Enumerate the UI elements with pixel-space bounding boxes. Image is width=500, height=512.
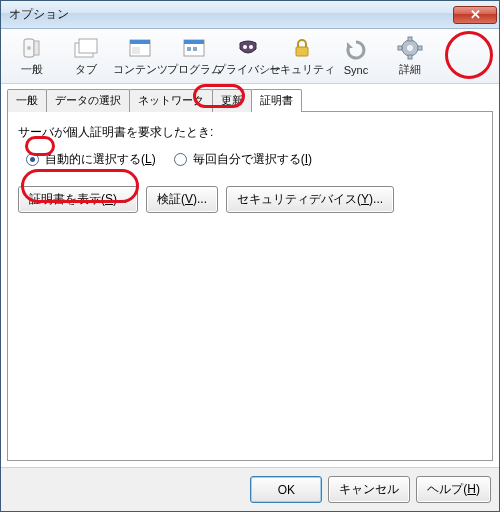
validation-button[interactable]: 検証(V)... — [146, 186, 218, 213]
tab-label: 一般 — [21, 62, 43, 77]
category-toolbar: 一般 タブ コンテンツ プログラム プライバシー — [1, 29, 499, 84]
tab-label: 詳細 — [399, 62, 421, 77]
svg-rect-20 — [418, 46, 422, 50]
sync-icon — [342, 38, 370, 62]
tab-sync[interactable]: Sync — [329, 31, 383, 83]
tab-programs[interactable]: プログラム — [167, 31, 221, 83]
svg-point-2 — [27, 46, 31, 50]
sub-tabs: 一般 データの選択 ネットワーク 更新 証明書 — [7, 88, 499, 111]
tab-label: プログラム — [167, 62, 222, 77]
privacy-mask-icon — [234, 36, 262, 60]
svg-rect-17 — [408, 37, 412, 41]
tab-security[interactable]: セキュリティ — [275, 31, 329, 83]
security-devices-button[interactable]: セキュリティデバイス(Y)... — [226, 186, 394, 213]
tabs-icon — [72, 36, 100, 60]
tab-general[interactable]: 一般 — [5, 31, 59, 83]
svg-rect-18 — [408, 55, 412, 59]
radio-auto-label: 自動的に選択する(L) — [45, 151, 156, 168]
svg-rect-11 — [193, 47, 197, 51]
radio-each-label: 毎回自分で選択する(I) — [193, 151, 312, 168]
tab-tabs[interactable]: タブ — [59, 31, 113, 83]
subtab-update[interactable]: 更新 — [212, 89, 252, 112]
svg-rect-7 — [132, 47, 140, 54]
radio-icon — [26, 153, 39, 166]
general-icon — [18, 36, 46, 60]
cert-request-heading: サーバが個人証明書を要求したとき: — [18, 124, 213, 141]
svg-point-13 — [249, 45, 253, 49]
svg-point-16 — [407, 45, 413, 51]
options-window: オプション ✕ 一般 タブ コンテンツ プログラム — [0, 0, 500, 512]
subtab-network[interactable]: ネットワーク — [129, 89, 213, 112]
tab-label: タブ — [75, 62, 97, 77]
help-button[interactable]: ヘルプ(H) — [416, 476, 491, 503]
ok-button[interactable]: OK — [250, 476, 322, 503]
cancel-button[interactable]: キャンセル — [328, 476, 410, 503]
view-certificates-button[interactable]: 証明書を表示(S)... — [18, 186, 138, 213]
titlebar: オプション ✕ — [1, 1, 499, 29]
subtab-certificates[interactable]: 証明書 — [251, 89, 302, 112]
svg-rect-19 — [398, 46, 402, 50]
tab-label: コンテンツ — [113, 62, 168, 77]
lock-icon — [288, 36, 316, 60]
radio-ask-each-time[interactable]: 毎回自分で選択する(I) — [174, 151, 312, 168]
tab-label: セキュリティ — [269, 62, 335, 77]
svg-rect-9 — [184, 40, 204, 44]
svg-rect-6 — [130, 40, 150, 44]
content-icon — [126, 36, 154, 60]
tab-privacy[interactable]: プライバシー — [221, 31, 275, 83]
subtab-data[interactable]: データの選択 — [46, 89, 130, 112]
svg-rect-14 — [296, 47, 308, 56]
dialog-footer: OK キャンセル ヘルプ(H) — [1, 467, 499, 511]
tab-advanced[interactable]: 詳細 — [383, 31, 437, 83]
gear-icon — [396, 36, 424, 60]
programs-icon — [180, 36, 208, 60]
subtab-general[interactable]: 一般 — [7, 89, 47, 112]
svg-rect-4 — [79, 39, 97, 53]
close-icon: ✕ — [470, 7, 481, 22]
svg-rect-1 — [34, 41, 39, 55]
svg-rect-10 — [187, 47, 191, 51]
tab-content[interactable]: コンテンツ — [113, 31, 167, 83]
radio-icon — [174, 153, 187, 166]
close-button[interactable]: ✕ — [453, 6, 497, 24]
window-title: オプション — [9, 6, 453, 23]
certificates-panel: サーバが個人証明書を要求したとき: 自動的に選択する(L) 毎回自分で選択する(… — [7, 111, 493, 461]
svg-point-12 — [243, 45, 247, 49]
tab-label: Sync — [344, 64, 368, 76]
radio-auto-select[interactable]: 自動的に選択する(L) — [26, 151, 156, 168]
